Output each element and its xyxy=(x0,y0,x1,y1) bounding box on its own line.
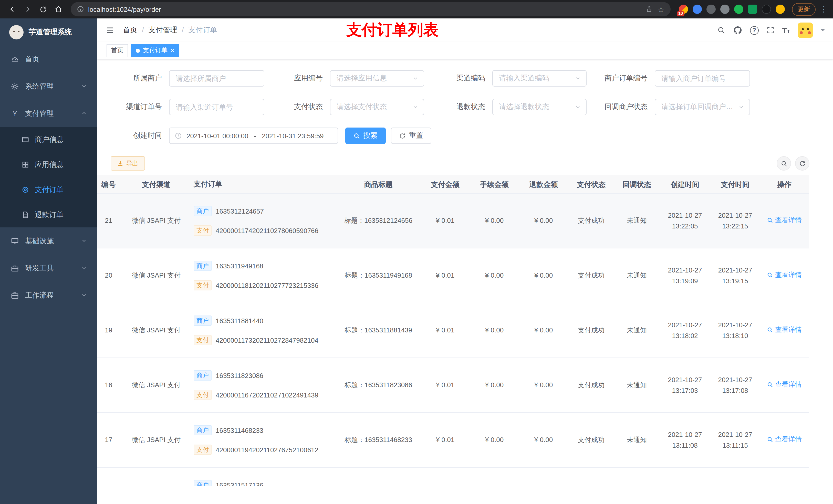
pay-order-no: 4200001194202110276752100612 xyxy=(216,446,318,454)
merchant-order-no-input[interactable] xyxy=(655,70,750,87)
chevron-down-icon xyxy=(412,104,419,110)
share-icon[interactable] xyxy=(645,6,652,13)
pay-status-select[interactable]: 请选择支付状态 xyxy=(330,99,424,115)
fullscreen-icon[interactable] xyxy=(766,26,774,34)
view-detail-link[interactable]: 查看详情 xyxy=(767,270,802,280)
close-icon[interactable]: × xyxy=(171,47,174,54)
chevron-up-icon xyxy=(81,110,87,118)
pay-order-no: 4200001174202110278060590766 xyxy=(216,226,318,234)
user-caret-icon[interactable] xyxy=(821,29,825,33)
github-icon[interactable] xyxy=(733,26,742,35)
create-time-range-input[interactable]: 2021-10-01 00:00:00 - 2021-10-31 23:59:5… xyxy=(169,127,338,144)
extension-icon[interactable] xyxy=(720,5,730,14)
extension-icon[interactable] xyxy=(707,5,716,14)
sidebar-item-devtools[interactable]: 研发工具 xyxy=(0,255,97,282)
app-filter-label: 应用编号 xyxy=(264,74,330,83)
extension-icon[interactable] xyxy=(734,5,743,14)
table-header-row: 编号 支付渠道 支付订单 商品标题 支付金额 手续金额 退款金额 支付状态 回调… xyxy=(97,175,809,194)
sidebar-item-payment[interactable]: ¥ 支付管理 xyxy=(0,100,97,127)
help-icon[interactable]: ? xyxy=(750,26,759,34)
extension-icon[interactable] xyxy=(776,5,785,14)
bookmark-star-icon[interactable]: ☆ xyxy=(658,5,664,13)
forward-icon[interactable] xyxy=(21,2,35,16)
merchant-order-no: 1635311823086 xyxy=(216,371,263,379)
sidebar-item-workflow[interactable]: 工作流程 xyxy=(0,282,97,309)
sidebar-item-home[interactable]: 首页 xyxy=(0,46,97,73)
breadcrumb-section[interactable]: 支付管理 xyxy=(148,26,177,35)
table-row[interactable]: 商户1635311517136 支付 xyxy=(97,467,809,486)
cell-create-time: 2021-10-2713:11:08 xyxy=(659,429,711,451)
address-bar[interactable]: localhost:1024/pay/order ☆ xyxy=(71,2,671,16)
breadcrumb-current: 支付订单 xyxy=(189,26,217,35)
sidebar-item-infrastructure[interactable]: 基础设施 xyxy=(0,227,97,255)
cell-title: 标题：1635311881439 xyxy=(336,325,421,335)
channel-code-select[interactable]: 请输入渠道编码 xyxy=(492,70,587,87)
merchant-order-no: 1635312124657 xyxy=(216,207,264,215)
table-row[interactable]: 20 微信 JSAPI 支付 商户1635311949168 支付4200001… xyxy=(97,248,809,303)
extension-icon[interactable] xyxy=(748,5,757,14)
cell-id: 19 xyxy=(97,325,125,335)
search-button[interactable]: 搜索 xyxy=(345,127,386,144)
sidebar-item-refund-order[interactable]: 退款订单 xyxy=(0,202,97,227)
view-detail-link[interactable]: 查看详情 xyxy=(767,215,802,225)
breadcrumb-home[interactable]: 首页 xyxy=(123,26,137,35)
refresh-table-button[interactable] xyxy=(795,156,809,171)
hamburger-icon[interactable] xyxy=(105,26,115,35)
screen: localhost:1024/pay/order ☆ 10 更新 ⋮ xyxy=(0,0,833,504)
chevron-down-icon xyxy=(81,237,87,245)
sidebar-item-app-info[interactable]: 应用信息 xyxy=(0,152,97,177)
pay-badge: 支付 xyxy=(194,390,212,400)
extension-icon[interactable]: 10 xyxy=(679,5,688,14)
extension-icon[interactable] xyxy=(762,5,771,14)
browser-menu-icon[interactable]: ⋮ xyxy=(820,5,828,14)
cell-pay-time: 2021-10-2713:22:15 xyxy=(711,210,760,232)
refresh-icon xyxy=(399,133,406,139)
user-avatar[interactable] xyxy=(798,23,813,38)
tab-pay-order[interactable]: 支付订单 × xyxy=(131,44,179,57)
search-icon[interactable] xyxy=(717,26,725,34)
reload-icon[interactable] xyxy=(36,2,50,16)
chevron-down-icon xyxy=(81,264,87,272)
extension-icon[interactable] xyxy=(693,5,702,14)
view-detail-link[interactable]: 查看详情 xyxy=(767,434,802,445)
table-row[interactable]: 17 微信 JSAPI 支付 商户1635311468233 支付4200001… xyxy=(97,413,809,467)
tab-home[interactable]: 首页 xyxy=(106,44,128,57)
home-icon[interactable] xyxy=(51,2,66,16)
table-row[interactable]: 18 微信 JSAPI 支付 商户1635311823086 支付4200001… xyxy=(97,358,809,413)
breadcrumb: 首页 / 支付管理 / 支付订单 xyxy=(123,26,217,35)
font-size-icon[interactable]: TT xyxy=(782,26,790,34)
table-row[interactable]: 19 微信 JSAPI 支付 商户1635311881440 支付4200001… xyxy=(97,303,809,358)
channel-order-no-input[interactable] xyxy=(169,99,264,115)
back-icon[interactable] xyxy=(5,2,20,16)
cell-refund: ¥ 0.00 xyxy=(519,435,568,445)
refund-status-select[interactable]: 请选择退款状态 xyxy=(492,99,587,115)
reset-button[interactable]: 重置 xyxy=(391,127,431,144)
sidebar-item-merchant-info[interactable]: 商户信息 xyxy=(0,127,97,152)
export-button[interactable]: 导出 xyxy=(111,156,145,171)
magnifier-icon xyxy=(767,436,773,442)
cell-status: 支付成功 xyxy=(568,216,614,226)
cell-amount: ¥ 0.01 xyxy=(421,380,470,390)
view-detail-link[interactable]: 查看详情 xyxy=(767,325,802,335)
url-text: localhost:1024/pay/order xyxy=(88,5,641,13)
cell-pay-time: 2021-10-2713:17:08 xyxy=(711,375,760,396)
merchant-filter-input[interactable] xyxy=(169,70,264,87)
sidebar-item-pay-order[interactable]: 支付订单 xyxy=(0,177,97,202)
view-detail-link[interactable]: 查看详情 xyxy=(767,380,802,390)
cell-notify: 未通知 xyxy=(614,380,659,390)
cell-notify: 未通知 xyxy=(614,435,659,445)
toolbox-icon xyxy=(10,264,20,272)
app-filter-select[interactable]: 请选择应用信息 xyxy=(330,70,424,87)
card-icon xyxy=(21,136,30,143)
chevron-down-icon xyxy=(738,104,744,110)
cell-channel: 微信 JSAPI 支付 xyxy=(125,270,188,281)
table-row[interactable]: 21 微信 JSAPI 支付 商户1635312124657 支付4200001… xyxy=(97,194,809,248)
search-icon xyxy=(354,133,360,139)
sidebar-item-system[interactable]: 系统管理 xyxy=(0,73,97,100)
browser-update-button[interactable]: 更新 xyxy=(792,3,815,16)
cell-notify: 未通知 xyxy=(614,270,659,281)
cell-create-time: 2021-10-2713:18:02 xyxy=(659,320,711,341)
cell-id: 18 xyxy=(97,380,125,390)
toggle-search-button[interactable] xyxy=(777,156,791,171)
notify-status-select[interactable]: 请选择订单回调商户状态 xyxy=(655,99,750,115)
